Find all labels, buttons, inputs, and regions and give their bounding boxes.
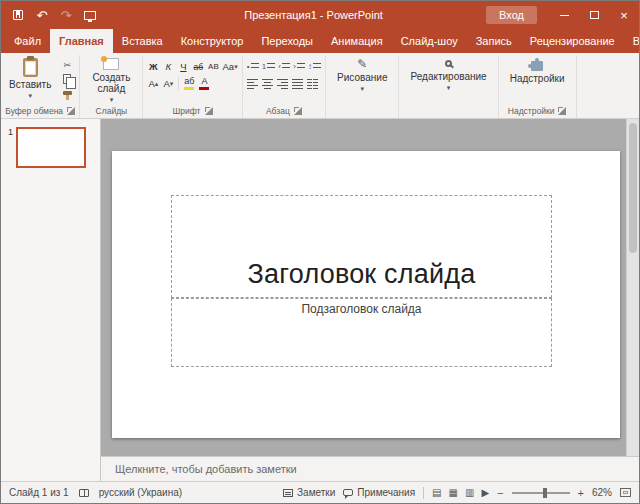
italic-button[interactable]: К [161, 59, 175, 74]
align-left-button[interactable] [246, 76, 260, 91]
proofing-icon [79, 489, 89, 497]
comments-toggle-button[interactable]: Примечания [343, 487, 415, 498]
text-highlight-button[interactable]: аб [182, 76, 196, 91]
reading-view-button[interactable]: ▥ [465, 487, 474, 498]
change-case-button[interactable]: Аа▾ [221, 59, 238, 74]
highlight-color-bar [184, 87, 194, 90]
editor-column: Заголовок слайда Подзаголовок слайда Щел… [101, 119, 639, 481]
paste-button[interactable]: Вставить ▾ [4, 55, 56, 99]
normal-view-button[interactable]: ▤ [432, 487, 441, 498]
divider [423, 487, 424, 499]
title-placeholder-text: Заголовок слайда [248, 259, 476, 290]
shrink-font-button[interactable]: А▾ [161, 76, 175, 91]
tab-transitions[interactable]: Переходы [252, 29, 322, 53]
numbering-button[interactable]: 1 [261, 59, 276, 74]
clipboard-dialog-launcher[interactable] [67, 107, 75, 115]
zoom-slider-handle[interactable] [543, 488, 547, 498]
ribbon: Вставить ▾ ✂ Буфер обмена Создать слайд [1, 53, 639, 119]
ribbon-group-paragraph: • 1 ‹ › ↕ Абзац [243, 55, 326, 118]
increase-indent-button[interactable]: › [292, 59, 306, 74]
zoom-level[interactable]: 62% [592, 487, 612, 498]
copy-button[interactable] [58, 72, 76, 85]
strikethrough-button[interactable]: аб [191, 59, 205, 74]
font-group-label: Шрифт [173, 106, 201, 116]
paragraph-dialog-launcher[interactable] [294, 107, 302, 115]
close-button[interactable]: × [609, 1, 639, 29]
underline-button[interactable]: Ч [176, 59, 190, 74]
slide-sorter-view-button[interactable]: ▦ [449, 487, 458, 498]
slide-indicator: Слайд 1 из 1 [9, 487, 69, 498]
tab-design[interactable]: Конструктор [172, 29, 253, 53]
tab-view[interactable]: Вид [624, 29, 640, 53]
pen-icon: ✎ [357, 58, 367, 70]
tab-record[interactable]: Запись [467, 29, 521, 53]
new-slide-button[interactable]: Создать слайд ▾ [83, 55, 139, 103]
maximize-icon [590, 11, 599, 19]
scrollbar-thumb[interactable] [629, 123, 637, 253]
save-button[interactable] [7, 4, 29, 26]
bullets-button[interactable]: • [246, 59, 260, 74]
ribbon-group-clipboard: Вставить ▾ ✂ Буфер обмена [1, 55, 80, 118]
sign-in-button[interactable]: Вход [486, 6, 537, 24]
slide-thumbnail-1[interactable] [16, 127, 86, 168]
editing-menu-button[interactable]: Редактирование ▾ [402, 55, 494, 91]
paste-icon [23, 58, 38, 77]
justify-button[interactable] [291, 76, 305, 91]
tab-animations[interactable]: Анимация [322, 29, 392, 53]
start-slideshow-button[interactable] [79, 4, 101, 26]
zoom-in-button[interactable]: + [578, 487, 584, 499]
maximize-button[interactable] [579, 1, 609, 29]
character-spacing-button[interactable]: АВ [206, 59, 220, 74]
slideshow-view-button[interactable]: ▶ [481, 487, 489, 498]
line-spacing-button[interactable]: ↕ [307, 59, 322, 74]
addins-dialog-launcher[interactable] [558, 107, 566, 115]
ribbon-group-addins: Надстройки Надстройки [499, 55, 577, 118]
ribbon-group-slides: Создать слайд ▾ Слайды [80, 55, 143, 118]
tab-review[interactable]: Рецензирование [521, 29, 624, 53]
minimize-icon [560, 15, 569, 16]
undo-button[interactable]: ↶ [31, 4, 53, 26]
align-right-button[interactable] [276, 76, 290, 91]
columns-button[interactable] [306, 76, 320, 91]
new-slide-dropdown-caret: ▾ [110, 96, 114, 103]
quick-access-toolbar: ↶ ↷ [1, 4, 141, 26]
comments-icon [343, 489, 353, 496]
addins-button[interactable]: Надстройки [502, 55, 573, 84]
zoom-slider[interactable] [512, 492, 570, 494]
tab-file[interactable]: Файл [5, 29, 50, 53]
font-dialog-launcher[interactable] [205, 107, 213, 115]
vertical-scrollbar[interactable] [626, 119, 639, 456]
title-placeholder[interactable]: Заголовок слайда [171, 195, 552, 298]
notes-toggle-button[interactable]: Заметки [283, 487, 335, 498]
redo-button[interactable]: ↷ [55, 4, 77, 26]
slide-canvas[interactable]: Заголовок слайда Подзаголовок слайда [112, 151, 620, 438]
cut-button[interactable]: ✂ [58, 58, 76, 71]
notes-placeholder-text: Щелкните, чтобы добавить заметки [115, 463, 297, 475]
save-icon [13, 10, 23, 20]
drawing-menu-button[interactable]: ✎ Рисование ▾ [329, 55, 395, 92]
zoom-out-button[interactable]: − [497, 487, 503, 499]
notes-pane[interactable]: Щелкните, чтобы добавить заметки [101, 456, 639, 481]
bold-button[interactable]: Ж [146, 59, 160, 74]
status-bar: Слайд 1 из 1 русский (Украина) Заметки П… [1, 481, 639, 503]
align-center-button[interactable] [261, 76, 275, 91]
decrease-indent-icon [282, 62, 290, 71]
tab-home[interactable]: Главная [50, 29, 113, 53]
decrease-indent-button[interactable]: ‹ [277, 59, 291, 74]
ribbon-group-font: Ж К Ч аб АВ Аа▾ А▴ А▾ аб А Шрифт [143, 55, 242, 118]
tab-slideshow[interactable]: Слайд-шоу [392, 29, 467, 53]
bullets-icon [251, 62, 259, 71]
tab-insert[interactable]: Вставка [113, 29, 172, 53]
language-button[interactable]: русский (Украина) [99, 487, 182, 498]
find-icon [445, 60, 452, 67]
slide-number: 1 [1, 127, 16, 137]
grow-font-button[interactable]: А▴ [146, 76, 160, 91]
font-color-button[interactable]: А [197, 76, 211, 91]
slides-group-label: Слайды [96, 106, 128, 116]
new-slide-icon [103, 58, 119, 70]
minimize-button[interactable] [549, 1, 579, 29]
powerpoint-window: ↶ ↷ Презентация1 - PowerPoint Вход × Фай… [0, 0, 640, 504]
proofing-button[interactable] [79, 489, 89, 497]
fit-slide-to-window-button[interactable] [620, 488, 631, 497]
subtitle-placeholder[interactable]: Подзаголовок слайда [171, 298, 552, 367]
